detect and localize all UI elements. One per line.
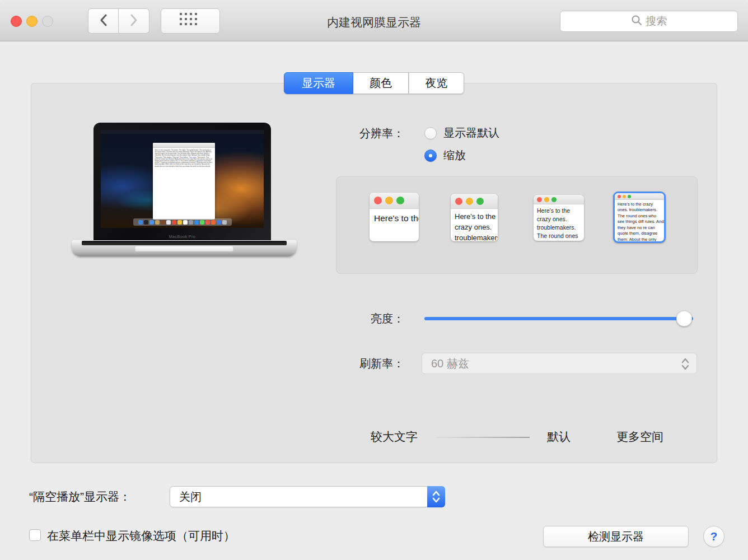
- resolution-label: 分辨率：: [336, 126, 404, 141]
- mini-menu-bar: [101, 130, 264, 134]
- show-all-preferences-button[interactable]: [161, 8, 220, 34]
- forward-button[interactable]: [119, 8, 149, 34]
- thumb-preview-text: Here's to the crazy ones. troublemakers.…: [534, 204, 584, 241]
- tab-bar: 显示器 颜色 夜览: [284, 72, 464, 94]
- chevron-left-icon: [99, 14, 108, 29]
- title-bar: 内建视网膜显示器 搜索: [0, 0, 748, 41]
- tab-display[interactable]: 显示器: [284, 72, 353, 94]
- dock-app-icon: [177, 220, 182, 225]
- thumb-preview-text: Here's to the crazy ones. troublemakers.…: [370, 209, 419, 241]
- scale-label-default: 默认: [547, 429, 571, 445]
- mini-document-titlebar: [153, 143, 215, 148]
- dock-app-icon: [138, 220, 143, 225]
- dock-app-icon: [217, 220, 221, 225]
- airplay-display-label: “隔空播放”显示器：: [29, 489, 131, 505]
- close-window-button[interactable]: [11, 16, 22, 27]
- dock-app-icon: [155, 220, 160, 225]
- dock-app-icon: [205, 220, 210, 225]
- dock-app-icon: [222, 220, 227, 225]
- macbook-keyboard: [82, 241, 287, 245]
- red-dot-icon: [618, 195, 621, 198]
- radio-default-icon[interactable]: [424, 127, 437, 139]
- dock: [133, 218, 232, 226]
- macbook-screen: Here's to the crazy ones. The misfits. T…: [101, 130, 264, 228]
- detect-displays-button[interactable]: 检测显示器: [543, 526, 689, 547]
- brightness-slider-track[interactable]: [424, 317, 693, 320]
- dock-app-icon: [183, 220, 188, 225]
- red-dot-icon: [537, 197, 542, 202]
- refresh-rate-label: 刷新率：: [336, 356, 404, 371]
- macbook-trackpad: [135, 246, 233, 251]
- yellow-dot-icon: [544, 197, 549, 202]
- show-mirroring-options-checkbox[interactable]: [29, 529, 41, 541]
- yellow-dot-icon: [385, 197, 393, 204]
- mini-document-text: Here's to the crazy ones. The misfits. T…: [153, 148, 214, 169]
- red-dot-icon: [455, 198, 462, 205]
- green-dot-icon: [551, 197, 557, 202]
- updown-chevrons-icon: [681, 357, 690, 374]
- scale-option-larger-text[interactable]: Here's to the crazy ones. troublemakers.…: [370, 193, 419, 241]
- dock-app-icon: [200, 220, 204, 225]
- airplay-display-value: 关闭: [179, 489, 202, 505]
- thumb-titlebar: [615, 193, 664, 200]
- resolution-option-scaled[interactable]: 缩放: [424, 148, 466, 163]
- dock-app-icon: [149, 220, 154, 225]
- dock-app-icon: [194, 220, 199, 225]
- dropdown-capsule[interactable]: [427, 486, 445, 507]
- scale-divider-line: [436, 437, 530, 438]
- resolution-option-default[interactable]: 显示器默认: [424, 125, 499, 141]
- thumb-preview-text: Here's to the crazy ones. troublemakers.…: [615, 200, 664, 241]
- window-title: 内建视网膜显示器: [327, 15, 421, 30]
- thumb-titlebar: [370, 193, 419, 209]
- show-mirroring-options-label: 在菜单栏中显示镜像选项（可用时）: [47, 528, 235, 544]
- airplay-display-dropdown[interactable]: 关闭: [170, 486, 445, 507]
- scale-option-default[interactable]: Here's to the crazy ones. troublemakers.…: [534, 195, 584, 241]
- search-input[interactable]: 搜索: [560, 11, 738, 32]
- scale-label-more-space: 更多空间: [616, 429, 663, 445]
- tab-color[interactable]: 颜色: [353, 72, 409, 94]
- mini-document-window: Here's to the crazy ones. The misfits. T…: [153, 143, 215, 220]
- tab-night-shift[interactable]: 夜览: [409, 72, 464, 94]
- green-dot-icon: [628, 195, 631, 198]
- green-dot-icon: [476, 198, 484, 205]
- refresh-rate-dropdown: 60 赫兹: [422, 353, 697, 374]
- macbook-base: [72, 240, 297, 256]
- macbook-illustration: Here's to the crazy ones. The misfits. T…: [72, 123, 297, 258]
- zoom-window-button-disabled: [42, 16, 53, 27]
- chevron-right-icon: [129, 14, 138, 29]
- thumb-titlebar: [451, 194, 498, 209]
- search-icon: [631, 15, 642, 28]
- dock-app-icon: [189, 220, 193, 225]
- scale-label-larger-text: 较大文字: [371, 429, 418, 445]
- scale-option-2[interactable]: Here's to the crazy ones. troublemakers.…: [451, 194, 498, 241]
- search-placeholder: 搜索: [646, 14, 667, 29]
- grid-icon: [180, 13, 201, 30]
- dock-app-icon: [144, 220, 148, 225]
- thumb-titlebar: [534, 195, 584, 204]
- dock-app-icon: [172, 220, 176, 225]
- radio-scaled-icon[interactable]: [424, 150, 437, 162]
- minimize-window-button[interactable]: [26, 16, 38, 27]
- macbook-lid: Here's to the crazy ones. The misfits. T…: [94, 123, 271, 241]
- brightness-label: 亮度：: [336, 311, 404, 326]
- help-button[interactable]: ?: [703, 526, 724, 547]
- radio-default-label: 显示器默认: [443, 125, 499, 141]
- nav-button-group: [88, 8, 149, 34]
- green-dot-icon: [396, 197, 404, 204]
- thumb-preview-text: Here's to the crazy ones. troublemakers.…: [451, 209, 498, 241]
- yellow-dot-icon: [466, 198, 473, 205]
- refresh-rate-value: 60 赫兹: [431, 356, 469, 371]
- yellow-dot-icon: [623, 195, 626, 198]
- updown-chevrons-icon: [432, 489, 441, 504]
- scaled-resolution-picker: Here's to the crazy ones. troublemakers.…: [336, 176, 698, 274]
- brightness-slider-knob[interactable]: [676, 311, 692, 326]
- macbook-chin-label: MacBook Pro: [94, 235, 271, 239]
- red-dot-icon: [374, 197, 382, 204]
- dock-app-icon: [161, 220, 165, 225]
- scale-option-more-space-selected[interactable]: Here's to the crazy ones. troublemakers.…: [613, 192, 666, 243]
- dock-app-icon: [211, 220, 216, 225]
- dock-app-icon: [166, 220, 171, 225]
- radio-scaled-label: 缩放: [443, 148, 466, 163]
- back-button[interactable]: [88, 8, 119, 34]
